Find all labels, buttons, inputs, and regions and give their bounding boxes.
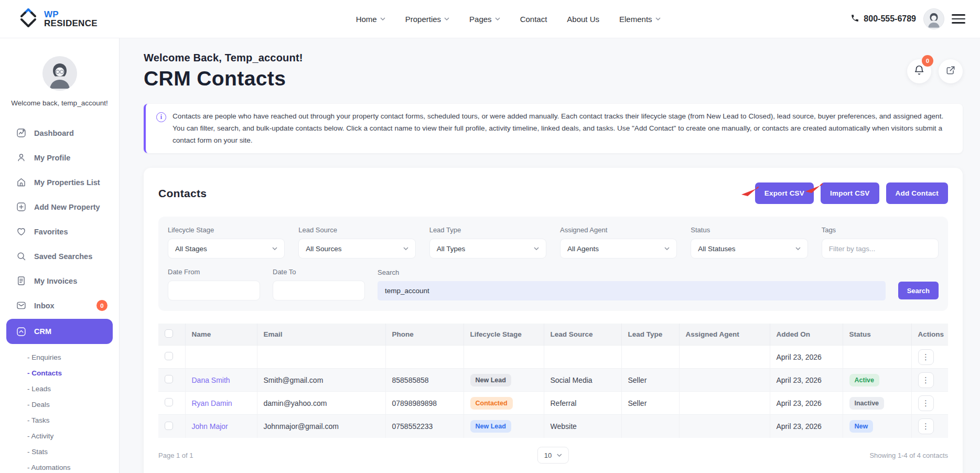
column-header-assigned-agent: Assigned Agent [679,324,770,346]
row-checkbox[interactable] [165,422,173,430]
plus-icon [16,201,27,212]
cell-lead-source: Website [544,415,621,438]
column-header-added-on: Added On [770,324,843,346]
main-content: Welcome Back, Temp_account! CRM Contacts… [120,38,980,473]
contacts-panel: Contacts Export CSV Import CSV [144,168,963,473]
sidebar-item-saved-searches[interactable]: Saved Searches [0,244,119,268]
lifecycle-stage-label: Lifecycle Stage [168,226,285,234]
export-csv-button[interactable]: Export CSV [755,182,814,204]
table-row: Ryan Damindamin@yahoo.com07898989898Cont… [158,392,948,415]
crm-submenu-item-automations[interactable]: - Automations [0,459,119,473]
main-menu: HomePropertiesPagesContactAbout UsElemen… [288,15,661,24]
heart-icon [16,226,27,237]
page-title: CRM Contacts [144,67,303,90]
sidebar-item-label: Favorites [34,228,107,236]
sidebar: Welcome back, temp_account! DashboardMy … [0,38,120,473]
date-from-input[interactable] [168,281,260,300]
crm-submenu-item-activity[interactable]: - Activity [0,428,119,444]
nav-item-pages[interactable]: Pages [469,15,500,24]
cell-added-on: April 23, 2026 [770,415,843,438]
sidebar-item-my-invoices[interactable]: My Invoices [0,268,119,293]
sidebar-avatar [42,56,77,91]
row-checkbox[interactable] [165,398,173,406]
cell-email [257,346,385,369]
add-contact-button[interactable]: Add Contact [886,182,948,204]
cell-assigned-agent [679,346,770,369]
nav-item-home[interactable]: Home [356,15,385,24]
crm-submenu-item-contacts[interactable]: - Contacts [0,365,119,381]
contact-name-link[interactable]: Ryan Damin [192,399,232,407]
cell-phone: 0758552233 [385,415,464,438]
crm-submenu: - Enquiries- Contacts- Leads- Deals- Tas… [0,345,119,473]
cell-added-on: April 23, 2026 [770,346,843,369]
crm-submenu-item-tasks[interactable]: - Tasks [0,412,119,428]
per-page-select[interactable]: 10 [537,447,569,464]
row-actions-button[interactable]: ⋮ [918,395,934,411]
assigned-agent-select[interactable]: All Agents [560,239,677,259]
logo[interactable]: WP RESIDENCE [18,7,98,30]
tags-input[interactable] [822,239,939,259]
welcome-heading: Welcome Back, Temp_account! [144,52,303,64]
status-select[interactable]: All Statuses [691,239,807,259]
lead-source-select[interactable]: All Sources [298,239,415,259]
column-header-actions: Actions [911,324,948,346]
sidebar-item-label: Saved Searches [34,252,107,261]
sidebar-item-my-properties-list[interactable]: My Properties List [0,170,119,195]
sidebar-item-favorites[interactable]: Favorites [0,219,119,244]
contacts-table: NameEmailPhoneLifecycle StageLead Source… [158,324,948,438]
status-badge: New [849,420,874,433]
contact-name-link[interactable]: Dana Smith [192,376,230,384]
nav-item-elements[interactable]: Elements [619,15,661,24]
row-actions-button[interactable]: ⋮ [918,372,934,388]
sidebar-welcome-text: Welcome back, temp_account! [0,99,119,107]
nav-item-properties[interactable]: Properties [405,15,449,24]
tags-label: Tags [822,226,939,234]
cell-phone [385,346,464,369]
lead-type-label: Lead Type [429,226,546,234]
lifecycle-stage-select[interactable]: All Stages [168,239,285,259]
status-badge: Active [849,374,880,386]
invoice-icon [16,275,27,286]
row-checkbox[interactable] [165,352,173,360]
table-header-row: NameEmailPhoneLifecycle StageLead Source… [158,324,948,346]
chevron-down-icon [444,17,449,20]
sidebar-item-my-profile[interactable]: My Profile [0,145,119,170]
cell-lead-type: Seller [621,369,679,392]
row-checkbox[interactable] [165,375,173,383]
sidebar-item-label: Dashboard [34,129,107,137]
crm-submenu-item-deals[interactable]: - Deals [0,396,119,412]
sidebar-item-add-new-property[interactable]: Add New Property [0,195,119,219]
search-icon [16,251,27,262]
crm-submenu-item-leads[interactable]: - Leads [0,381,119,396]
column-header-email: Email [257,324,385,346]
cell-phone: 07898989898 [385,392,464,415]
phone-number[interactable]: 800-555-6789 [850,14,916,25]
sidebar-item-inbox[interactable]: Inbox0 [0,293,119,318]
open-external-button[interactable] [939,59,963,83]
nav-item-contact[interactable]: Contact [520,15,547,24]
user-avatar[interactable] [923,8,944,29]
hamburger-menu-icon[interactable] [952,14,965,24]
crm-submenu-item-enquiries[interactable]: - Enquiries [0,349,119,365]
lead-type-select[interactable]: All Types [429,239,546,259]
search-button[interactable]: Search [898,282,939,299]
import-csv-button[interactable]: Import CSV [821,182,879,204]
assigned-agent-label: Assigned Agent [560,226,677,234]
search-input[interactable] [378,281,886,300]
status-badge: Contacted [470,397,513,410]
info-banner: i Contacts are people who have reached o… [144,104,963,153]
profile-icon [16,152,27,163]
notifications-button[interactable]: 0 [907,59,931,83]
nav-item-about-us[interactable]: About Us [567,15,599,24]
select-all-checkbox[interactable] [165,329,173,338]
crm-submenu-item-stats[interactable]: - Stats [0,444,119,459]
sidebar-item-crm[interactable]: CRM [6,319,113,344]
row-actions-button[interactable]: ⋮ [918,418,934,434]
sidebar-item-dashboard[interactable]: Dashboard [0,121,119,145]
date-to-input[interactable] [273,281,365,300]
contact-name-link[interactable]: John Major [192,422,228,431]
table-row: Dana SmithSmith@gmail.com858585858New Le… [158,369,948,392]
logo-diamond-icon [18,7,39,30]
column-header-status: Status [843,324,911,346]
row-actions-button[interactable]: ⋮ [918,349,934,365]
